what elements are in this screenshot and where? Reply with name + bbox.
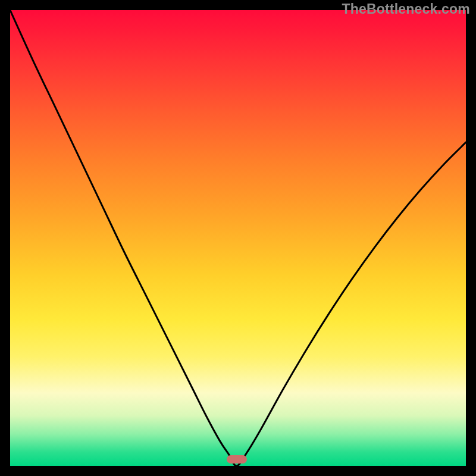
plot-background <box>10 10 466 466</box>
chart-stage: TheBottleneck.com <box>0 0 476 476</box>
watermark-text: TheBottleneck.com <box>342 1 470 17</box>
optimal-marker <box>227 455 247 464</box>
